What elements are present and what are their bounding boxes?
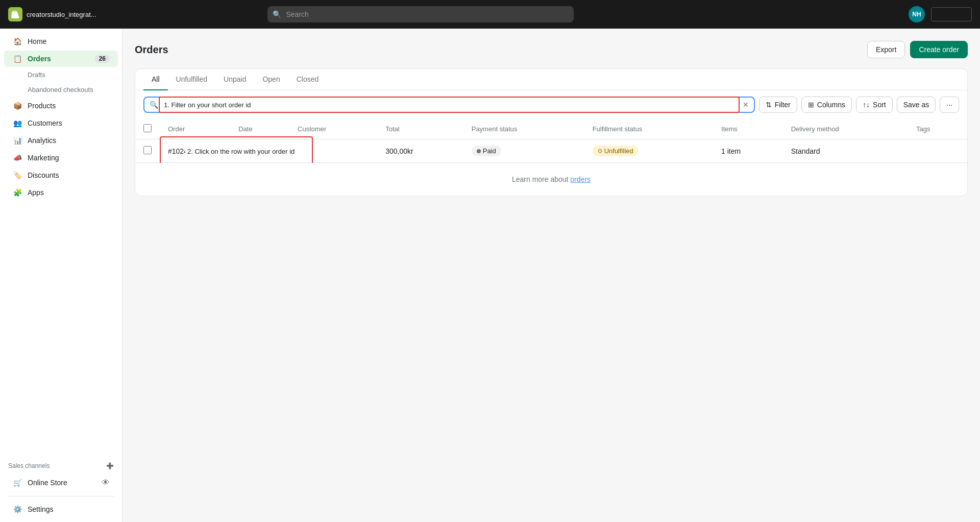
export-button[interactable]: Export [867,41,905,58]
sidebar-item-marketing-label: Marketing [28,154,59,162]
store-name: creatorstudio_integrat... [27,11,96,18]
th-items: Items [713,119,783,139]
orders-table-wrapper: Order Date Customer Total Payment status… [135,119,967,163]
customers-icon: 👥 [12,119,22,127]
sidebar-item-discounts-label: Discounts [28,171,59,179]
columns-icon: ⊞ [808,101,814,109]
orders-icon: 📋 [12,55,22,63]
search-clear-button[interactable]: ✕ [743,101,749,109]
store-logo[interactable]: creatorstudio_integrat... [8,7,96,21]
app-wrapper: creatorstudio_integrat... 🔍 NH 🏠 Home 📋 … [0,0,980,522]
tabs-bar: All Unfulfilled Unpaid Open Closed [135,69,967,90]
sidebar: 🏠 Home 📋 Orders 26 Drafts Abandoned chec… [0,29,122,522]
sidebar-item-online-store[interactable]: 🛒 Online Store 👁 [4,474,118,491]
sidebar-item-apps[interactable]: 🧩 Apps [4,184,118,201]
order-search-input[interactable] [162,101,739,109]
search-icon: 🔍 [273,10,281,18]
avatar: NH [909,6,925,22]
orders-link[interactable]: orders [570,175,591,183]
discounts-icon: 🏷️ [12,171,22,179]
table-header-row: Order Date Customer Total Payment status… [135,119,967,139]
sidebar-item-settings[interactable]: ⚙️ Settings [4,501,118,517]
products-icon: 📦 [12,102,22,110]
page-actions: Export Create order [867,41,968,58]
tab-open[interactable]: Open [254,69,288,90]
row-order-id: #1024 2. Click on the row with your orde… [160,139,230,163]
row-checkbox[interactable] [143,146,152,154]
th-date: Date [230,119,289,139]
filter-button[interactable]: ⇅ Filter [759,97,797,113]
sidebar-item-settings-label: Settings [28,505,54,513]
settings-icon: ⚙️ [12,505,22,513]
th-order: Order [160,119,230,139]
top-bar: creatorstudio_integrat... 🔍 NH [0,0,980,29]
shopify-logo-icon [8,7,22,21]
filter-icon: ⇅ [766,101,772,109]
sidebar-item-marketing[interactable]: 📣 Marketing [4,150,118,166]
sort-button[interactable]: ↑↓ Sort [856,97,893,113]
main-content: Orders Export Create order All Unfulfill… [122,29,980,522]
row-delivery-method: Standard [783,139,908,163]
search-field[interactable]: 🔍 1. Filter on your short order id ✕ [143,97,755,113]
sidebar-sub-drafts[interactable]: Drafts [4,68,118,82]
sidebar-item-analytics[interactable]: 📊 Analytics [4,132,118,149]
th-tags: Tags [908,119,967,139]
save-as-button[interactable]: Save as [897,97,936,113]
search-field-icon: 🔍 [150,101,158,109]
home-icon: 🏠 [12,37,22,45]
sidebar-item-home-label: Home [28,37,46,45]
sidebar-item-products[interactable]: 📦 Products [4,98,118,114]
page-title: Orders [135,44,168,56]
table-head: Order Date Customer Total Payment status… [135,119,967,139]
analytics-icon: 📊 [12,136,22,145]
add-sales-channel-icon[interactable]: ➕ [106,462,114,469]
table-body: #1024 2. Click on the row with your orde… [135,139,967,163]
th-fulfillment-status: Fulfillment status [584,119,713,139]
th-checkbox [135,119,160,139]
page-header: Orders Export Create order [135,41,968,58]
sidebar-sub-abandoned[interactable]: Abandoned checkouts [4,83,118,97]
row-tags [908,139,967,163]
sidebar-item-apps-label: Apps [28,188,44,197]
footer-info: Learn more about orders [135,163,967,196]
create-order-button[interactable]: Create order [910,41,968,58]
tab-all[interactable]: All [143,69,168,90]
sidebar-sub-drafts-label: Drafts [28,71,45,79]
row-fulfillment-status: Unfulfilled [584,139,713,163]
row-customer [289,139,377,163]
row-items: 1 item [713,139,783,163]
sidebar-sub-abandoned-label: Abandoned checkouts [28,86,93,93]
main-area: 🏠 Home 📋 Orders 26 Drafts Abandoned chec… [0,29,980,522]
orders-card: All Unfulfilled Unpaid Open Closed [135,68,968,196]
sidebar-item-analytics-label: Analytics [28,136,56,145]
tab-unpaid[interactable]: Unpaid [215,69,254,90]
sidebar-item-home[interactable]: 🏠 Home [4,33,118,50]
row-total: 300,00kr [377,139,463,163]
sales-channels-label: Sales channels ➕ [0,458,122,473]
marketing-icon: 📣 [12,154,22,162]
paid-badge: Paid [472,146,501,156]
sidebar-item-discounts[interactable]: 🏷️ Discounts [4,167,118,183]
tab-unfulfilled[interactable]: Unfulfilled [168,69,215,90]
th-total: Total [377,119,463,139]
top-input-box[interactable] [931,7,972,21]
row-checkbox-cell [135,139,160,163]
row-date [230,139,289,163]
table-row[interactable]: #1024 2. Click on the row with your orde… [135,139,967,163]
sidebar-item-orders[interactable]: 📋 Orders 26 [4,51,118,67]
columns-button[interactable]: ⊞ Columns [801,97,852,113]
sidebar-divider [8,496,114,496]
sort-icon: ↑↓ [863,101,870,109]
more-button[interactable]: ··· [940,97,959,113]
apps-icon: 🧩 [12,188,22,197]
global-search-input[interactable] [267,6,574,22]
orders-table: Order Date Customer Total Payment status… [135,119,967,163]
th-delivery-method: Delivery method [783,119,908,139]
unfulfilled-badge: Unfulfilled [593,146,639,156]
online-store-icon: 🛒 [12,479,22,487]
sidebar-item-products-label: Products [28,102,56,110]
tab-closed[interactable]: Closed [288,69,327,90]
sidebar-item-customers[interactable]: 👥 Customers [4,115,118,131]
search-wrapper: 🔍 [267,6,574,22]
select-all-checkbox[interactable] [143,124,152,132]
